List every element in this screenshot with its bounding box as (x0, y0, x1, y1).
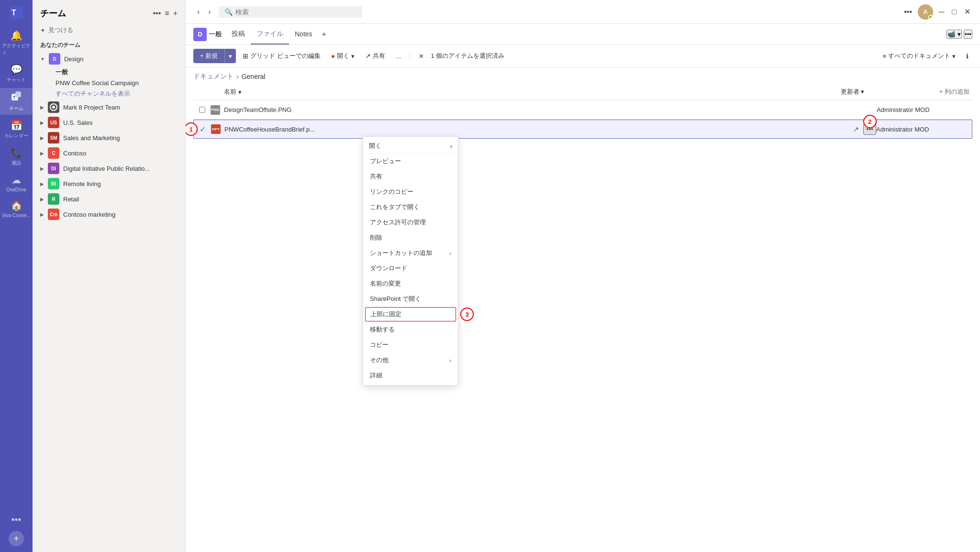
menu-item-copy-link[interactable]: リンクのコピー (363, 184, 458, 199)
sidebar-item-viva[interactable]: 🏠 Viva Conne... (0, 197, 33, 221)
name-col-header[interactable]: 名前 ▾ (224, 88, 841, 96)
team-item-digital[interactable]: ▶ DI Digital Initiative Public Relatio..… (33, 161, 185, 176)
add-column-button[interactable]: + 列の追加 (936, 87, 972, 97)
channel-item-general[interactable]: 一般 (33, 66, 185, 78)
sidebar-title: チーム (40, 8, 66, 19)
breadcrumb-root[interactable]: ドキュメント (193, 72, 234, 81)
share-button[interactable]: ↗ 共有 (361, 49, 389, 63)
all-documents-button[interactable]: ≡ すべてのドキュメント ▾ (879, 49, 959, 63)
grid-icon: ⊞ (243, 52, 248, 60)
team-item-design[interactable]: ▼ D Design (33, 51, 185, 66)
team-avatar-remote: RI (48, 178, 59, 189)
more-options-button[interactable]: ••• (902, 6, 914, 18)
chevron-right-icon: › (450, 143, 452, 150)
search-box[interactable]: 🔍 (219, 6, 362, 18)
add-tab-button[interactable]: + (318, 26, 330, 43)
info-button[interactable]: ℹ (962, 50, 972, 62)
menu-item-other[interactable]: その他 › (363, 353, 458, 368)
menu-item-move[interactable]: 移動する (363, 322, 458, 337)
menu-item-open-tab[interactable]: これをタブで開く (363, 199, 458, 215)
modifier-col-header[interactable]: 更新者 ▾ (841, 88, 936, 96)
sidebar-header-actions: ••• ≡ + (153, 9, 178, 18)
team-item-remote[interactable]: ▶ RI Remote living (33, 176, 185, 191)
find-label: 見つける (48, 26, 73, 34)
breadcrumb: ドキュメント › General (186, 67, 980, 84)
menu-item-preview[interactable]: プレビュー (363, 154, 458, 169)
new-button[interactable]: + 新規 (193, 49, 224, 63)
filter-button[interactable]: ••• (153, 9, 161, 18)
team-item-mark8[interactable]: ▶ Mark 8 Project Team (33, 99, 185, 115)
menu-item-rename[interactable]: 名前の変更 (363, 276, 458, 291)
team-item-salesmarketing[interactable]: ▶ SM Sales and Marketing (33, 130, 185, 145)
svg-point-6 (52, 106, 55, 109)
menu-item-open-sharepoint[interactable]: SharePoint で開く (363, 291, 458, 307)
checkbox-1[interactable] (199, 107, 205, 113)
rail-more[interactable]: ••• (7, 510, 25, 529)
file-name-1[interactable]: DesignTeamOffsite.PNG (224, 106, 877, 113)
avatar[interactable]: A (918, 4, 933, 20)
grid-edit-button[interactable]: ⊞ グリッド ビューでの編集 (239, 49, 324, 63)
new-dropdown-button[interactable]: ▾ (224, 49, 236, 63)
open-chevron-icon: ▾ (351, 53, 355, 60)
menu-item-download[interactable]: ダウンロード (363, 261, 458, 276)
tab-posts[interactable]: 投稿 (226, 24, 251, 44)
menu-item-share[interactable]: 共有 (363, 169, 458, 184)
channel-item-pnw[interactable]: PNW Coffee Social Campaign (33, 78, 185, 88)
calls-label: 通話 (11, 160, 21, 166)
menu-item-add-shortcut[interactable]: ショートカットの追加 › (363, 245, 458, 261)
team-name-contoso: Contoso (63, 150, 178, 157)
chat-label: チャット (7, 77, 26, 83)
file-checkbox-1[interactable] (193, 107, 211, 113)
video-call-button[interactable]: 📹 ▾ (947, 30, 962, 39)
context-menu-header: 開く › (363, 139, 458, 154)
minimize-button[interactable]: ─ (937, 6, 946, 18)
checkmark-icon: ✓ (200, 125, 206, 134)
sidebar-item-calls[interactable]: 📞 通話 (0, 144, 33, 169)
search-input[interactable] (235, 8, 356, 16)
show-all-channels-link[interactable]: すべてのチャンネルを表示 (33, 88, 185, 99)
menu-item-delete[interactable]: 削除 (363, 230, 458, 245)
team-item-contoso-mkt[interactable]: ▶ Cm Contoso marketing (33, 207, 185, 222)
calls-icon: 📞 (11, 147, 22, 158)
back-button[interactable]: ‹ (193, 6, 203, 18)
menu-item-details[interactable]: 詳細 (363, 368, 458, 383)
forward-button[interactable]: › (204, 6, 214, 18)
open-button[interactable]: ● 開く ▾ (327, 49, 358, 63)
activity-label: アクティビティ (2, 43, 31, 56)
team-item-retail[interactable]: ▶ R Retail (33, 191, 185, 207)
more-toolbar-button[interactable]: ... (392, 50, 405, 62)
sidebar-item-activity[interactable]: 🔔 アクティビティ (0, 27, 33, 59)
tab-notes[interactable]: Notes (289, 24, 318, 44)
step-1-circle: 1 (186, 122, 198, 136)
new-label: + 新規 (200, 52, 218, 60)
menu-item-pin-top[interactable]: 上部に固定 3 (365, 307, 456, 321)
menu-item-copy[interactable]: コピー (363, 337, 458, 353)
tab-files[interactable]: ファイル (251, 24, 289, 44)
chevron-right-icon: ▶ (40, 212, 44, 217)
file-name-2[interactable]: PNWCoffeeHouseBrandBrief.p... (224, 126, 847, 133)
close-selection-button[interactable]: ✕ (415, 50, 428, 62)
channel-tabs: D 一般 投稿 ファイル Notes + 📹 ▾ ••• (186, 24, 980, 45)
menu-item-manage-access[interactable]: アクセス許可の管理 (363, 215, 458, 230)
team-avatar-retail: R (48, 193, 59, 205)
selection-info: 1 個のアイテムを選択済み (431, 52, 504, 60)
team-avatar-design: D (49, 53, 60, 65)
sort-button[interactable]: ≡ (165, 9, 169, 18)
team-item-contoso[interactable]: ▶ C Contoso (33, 145, 185, 161)
find-button[interactable]: ✦ 見つける (33, 23, 185, 37)
sidebar-item-onedrive[interactable]: ☁ OneDrive (0, 171, 33, 195)
close-button[interactable]: ✕ (962, 5, 972, 18)
sidebar-item-calendar[interactable]: 📅 カレンダー (0, 117, 33, 142)
file-icon-ppt: PPT (211, 124, 224, 134)
channel-more-button[interactable]: ••• (964, 30, 972, 39)
toolbar-right: ≡ すべてのドキュメント ▾ ℹ (879, 49, 972, 63)
sidebar-item-chat[interactable]: 💬 チャット (0, 61, 33, 86)
viva-icon: 🏠 (11, 200, 22, 211)
file-modifier-1: Administrator MOD (877, 106, 972, 113)
maximize-button[interactable]: □ (950, 6, 958, 18)
team-item-ussales[interactable]: ▶ US U.S. Sales (33, 115, 185, 130)
add-apps-button[interactable]: + (9, 531, 24, 546)
file-share-button[interactable]: ↗ (851, 123, 861, 135)
sidebar-item-teams[interactable]: T チーム (0, 88, 33, 115)
add-team-button[interactable]: + (173, 9, 178, 18)
